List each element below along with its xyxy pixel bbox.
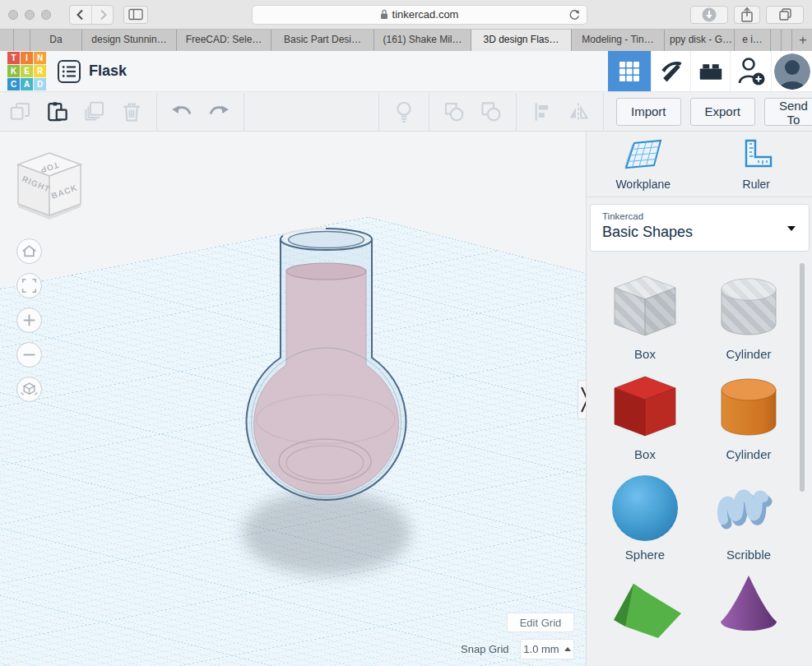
tab-0[interactable]: [0, 30, 14, 51]
light-bulb-button[interactable]: [392, 99, 416, 125]
address-bar[interactable]: tinkercad.com: [252, 5, 587, 25]
perspective-button[interactable]: [16, 376, 43, 403]
shape-roof[interactable]: [593, 569, 697, 663]
duplicate-icon: [82, 99, 107, 124]
delete-button[interactable]: [119, 99, 144, 125]
dashboard-button[interactable]: [608, 51, 651, 91]
fit-view-button[interactable]: [16, 272, 43, 299]
logo-cell-A: A: [21, 78, 33, 90]
tab-active[interactable]: 3D design Flas…: [471, 30, 572, 51]
snap-grid-label: Snap Grid: [461, 643, 509, 655]
copy-button[interactable]: [8, 99, 33, 125]
tab-5[interactable]: Basic Part Desi…: [271, 30, 374, 51]
light-bulb-icon: [392, 99, 416, 124]
sidebar-toggle-button[interactable]: [123, 6, 148, 24]
shape-cylinder[interactable]: Cylinder: [697, 368, 800, 462]
undo-button[interactable]: [169, 99, 194, 125]
refresh-button[interactable]: [568, 8, 581, 21]
redo-icon: [206, 99, 231, 124]
close-window-button[interactable]: [8, 10, 18, 20]
app-header: TINKERCAD Flask: [0, 51, 812, 92]
download-icon: [701, 7, 717, 23]
ruler-tool-button[interactable]: Ruler: [700, 132, 812, 197]
import-button[interactable]: Import: [616, 98, 681, 126]
align-button[interactable]: [529, 99, 554, 125]
tab-12[interactable]: [782, 30, 792, 51]
avatar-silhouette-icon: [774, 53, 810, 90]
blocks-export-button[interactable]: [690, 51, 730, 91]
grid-apps-icon: [619, 61, 640, 82]
design-properties-button[interactable]: [58, 60, 81, 83]
duplicate-button[interactable]: [82, 99, 107, 125]
tab-4[interactable]: FreeCAD: Sele…: [177, 30, 271, 51]
share-button[interactable]: [734, 6, 760, 24]
logo-cell-N: N: [34, 52, 46, 64]
addressbar-area: tinkercad.com: [148, 5, 690, 25]
flask-model[interactable]: [247, 229, 406, 500]
toolbar-separator: [156, 93, 157, 131]
tinkercad-logo[interactable]: TINKERCAD: [7, 52, 46, 90]
box-thumbnail: [607, 368, 683, 444]
browser-window: tinkercad.com Dadesign Stunnin…FreeCAD: …: [0, 0, 812, 666]
invite-collaborator-button[interactable]: [730, 51, 771, 91]
back-button[interactable]: [70, 6, 91, 24]
downloads-button[interactable]: [690, 6, 728, 24]
zoom-out-button[interactable]: [16, 341, 43, 368]
shape-box[interactable]: Box: [593, 368, 697, 462]
shape-label: Sphere: [625, 548, 665, 562]
sidebar-icon: [128, 8, 143, 21]
ungroup-icon: [479, 99, 503, 124]
shape-cylinder-hole[interactable]: Cylinder: [697, 268, 800, 362]
tab-9[interactable]: ppy disk - G…: [665, 30, 735, 51]
mirror-button[interactable]: [566, 99, 591, 125]
shape-label: Scribble: [726, 548, 771, 562]
tab-11[interactable]: [771, 30, 782, 51]
toolbar-separator: [429, 93, 429, 131]
zoom-window-button[interactable]: [41, 10, 51, 20]
tab-1[interactable]: [14, 30, 30, 51]
workplane-tool-button[interactable]: Workplane: [587, 132, 700, 197]
viewport-3d[interactable]: TOP RIGHT BACK Edit Grid Snap Grid 1.0 m…: [0, 132, 586, 666]
workplane-icon: [623, 138, 664, 173]
group-button[interactable]: [442, 99, 466, 125]
account-menu[interactable]: [771, 51, 812, 91]
tab-10[interactable]: e i…: [735, 30, 771, 51]
tab-8[interactable]: Modeling - Tin…: [572, 30, 665, 51]
fit-view-icon: [16, 272, 43, 299]
shape-sphere[interactable]: Sphere: [593, 469, 697, 562]
copy-icon: [8, 99, 33, 124]
shape-scribble[interactable]: Scribble: [697, 469, 800, 562]
paste-button[interactable]: [45, 99, 70, 125]
new-tab-button[interactable]: +: [792, 30, 812, 51]
forward-button[interactable]: [91, 6, 113, 24]
send-to-button[interactable]: Send To: [764, 98, 812, 126]
shape-cone[interactable]: [697, 569, 800, 663]
view-cube[interactable]: TOP RIGHT BACK: [15, 150, 90, 229]
shape-box-hole[interactable]: Box: [593, 268, 697, 362]
scribble-thumbnail: [711, 469, 786, 544]
tab-3[interactable]: design Stunnin…: [82, 30, 177, 51]
panel-scrollbar[interactable]: [800, 263, 805, 492]
share-icon: [740, 7, 754, 23]
shape-label: Box: [634, 347, 656, 362]
logo-cell-T: T: [7, 52, 20, 64]
snap-grid-dropdown[interactable]: 1.0 mm: [520, 639, 574, 659]
edit-grid-button[interactable]: Edit Grid: [507, 613, 574, 632]
tab-overview-button[interactable]: [766, 6, 804, 24]
tab-6[interactable]: (161) Shake Mil…: [374, 30, 471, 51]
zoom-in-button[interactable]: [16, 307, 43, 334]
toolbar-separator: [378, 93, 379, 131]
shape-library-selector[interactable]: Tinkercad Basic Shapes: [590, 204, 810, 252]
logo-cell-C: C: [7, 78, 20, 90]
library-name: Basic Shapes: [602, 224, 797, 241]
tab-2[interactable]: Da: [30, 30, 82, 51]
home-button[interactable]: [16, 238, 43, 265]
minecraft-export-button[interactable]: [651, 51, 690, 91]
ungroup-button[interactable]: [479, 99, 503, 125]
shape-label: Cylinder: [726, 447, 771, 462]
home-icon: [16, 238, 43, 265]
export-button[interactable]: Export: [690, 98, 755, 126]
list-icon: [62, 65, 77, 78]
redo-button[interactable]: [206, 99, 231, 125]
minimize-window-button[interactable]: [25, 10, 35, 20]
